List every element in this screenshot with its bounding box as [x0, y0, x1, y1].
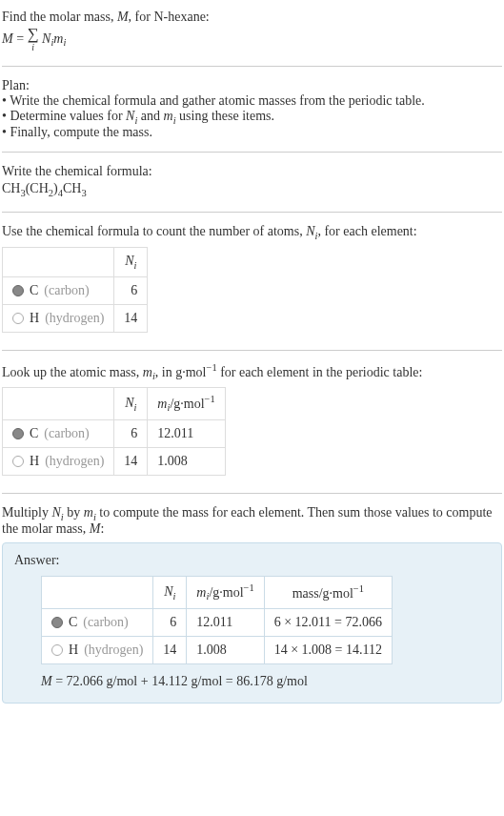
element-name: (hydrogen) [45, 454, 104, 469]
element-cell: C (carbon) [3, 276, 114, 304]
column-header-N: Ni [114, 247, 148, 276]
table-header-row: Ni mi/g·mol−1 [3, 388, 226, 419]
chem-part: CH [63, 181, 81, 195]
var-m: m [84, 505, 93, 520]
answer-label: Answer: [14, 553, 490, 568]
text: by [64, 505, 84, 520]
count-cell: 6 [153, 608, 187, 636]
blank-header [3, 247, 114, 276]
divider [2, 350, 502, 351]
var-N: N [164, 584, 172, 599]
filled-circle-icon [51, 617, 63, 628]
step-title: Multiply Ni by mi to compute the mass fo… [2, 505, 502, 538]
var-m: m [196, 585, 206, 600]
count-cell: 6 [114, 276, 148, 304]
sigma-icon: ∑i [28, 27, 39, 52]
element-cell: H (hydrogen) [3, 304, 114, 332]
superscript: −1 [244, 582, 254, 593]
var-m: m [143, 364, 152, 378]
count-cell: 14 [153, 636, 187, 663]
table-header-row: Ni [3, 247, 148, 276]
count-cell: 14 [114, 447, 148, 475]
atom-count-table: Ni C (carbon) 6 H (hydrogen) 14 [2, 247, 148, 333]
element-cell: C (carbon) [3, 419, 114, 447]
text: Look up the atomic mass, [2, 364, 143, 378]
blank-header [42, 577, 153, 608]
var-N: N [52, 505, 61, 520]
intro-line: Find the molar mass, M, for N-hexane: [2, 10, 502, 25]
column-header-m: mi/g·mol−1 [187, 577, 264, 608]
intro-section: Find the molar mass, M, for N-hexane: M … [2, 4, 502, 60]
divider [2, 66, 502, 67]
unit: /g·mol [209, 585, 243, 600]
mass-cell: 1.008 [187, 636, 264, 663]
divider [2, 493, 502, 494]
column-header-mass: mass/g·mol−1 [264, 577, 392, 608]
var-N: N [125, 396, 133, 410]
var-M: M [90, 521, 101, 536]
step-title: Use the chemical formula to count the nu… [2, 224, 502, 241]
superscript: −1 [205, 394, 215, 404]
mass-cell: 12.011 [187, 608, 264, 636]
divider [2, 212, 502, 213]
element-symbol: H [30, 311, 39, 326]
calc-cell: 14 × 1.008 = 14.112 [264, 636, 392, 663]
unit: mass/g·mol [292, 586, 353, 601]
filled-circle-icon [12, 285, 24, 296]
plan-title: Plan: [2, 78, 502, 93]
var-N: N [42, 31, 50, 46]
chem-part: CH [2, 181, 20, 195]
superscript: −1 [206, 362, 216, 373]
var-m: m [164, 109, 173, 123]
element-name: (hydrogen) [84, 643, 143, 658]
final-result: M = 72.066 g/mol + 14.112 g/mol = 86.178… [41, 674, 490, 689]
element-cell: H (hydrogen) [3, 447, 114, 475]
hollow-circle-icon [12, 456, 24, 467]
element-name: (carbon) [83, 615, 128, 630]
answer-table: Ni mi/g·mol−1 mass/g·mol−1 C (carbon) 6 … [41, 576, 393, 663]
unit: /g·mol [170, 397, 204, 411]
answer-box: Answer: Ni mi/g·mol−1 mass/g·mol−1 C (ca… [2, 542, 502, 703]
element-symbol: C [30, 283, 38, 298]
text: using these items. [176, 109, 274, 123]
mass-cell: 12.011 [148, 419, 225, 447]
mass-cell: 1.008 [148, 447, 225, 475]
var-m: m [157, 397, 167, 411]
table-row: H (hydrogen) 14 1.008 [3, 447, 226, 475]
table-row: C (carbon) 6 12.011 6 × 12.011 = 72.066 [42, 608, 393, 636]
blank-header [3, 388, 114, 419]
subscript-i: i [134, 260, 137, 271]
plan-bullet: • Finally, compute the mass. [2, 125, 502, 140]
text: : [100, 521, 104, 536]
var-N: N [306, 224, 314, 238]
table-row: H (hydrogen) 14 1.008 14 × 1.008 = 14.11… [42, 636, 393, 663]
chem-part: (CH [26, 181, 49, 195]
table-row: C (carbon) 6 [3, 276, 148, 304]
mass-section: Look up the atomic mass, mi, in g·mol−1 … [2, 357, 502, 487]
filled-circle-icon [12, 428, 24, 439]
hollow-circle-icon [12, 313, 24, 324]
hollow-circle-icon [51, 644, 63, 656]
element-cell: H (hydrogen) [42, 636, 153, 663]
formula-section: Write the chemical formula: CH3(CH2)4CH3 [2, 158, 502, 206]
molar-mass-equation: M = ∑i Nimi [2, 25, 502, 54]
table-row: H (hydrogen) 14 [3, 304, 148, 332]
var-M: M [41, 674, 52, 688]
element-symbol: C [30, 426, 38, 441]
subscript-i: i [134, 401, 137, 412]
answer-content: Ni mi/g·mol−1 mass/g·mol−1 C (carbon) 6 … [14, 576, 490, 688]
text: Use the chemical formula to count the nu… [2, 224, 306, 238]
text: Multiply [2, 505, 52, 520]
step-title: Look up the atomic mass, mi, in g·mol−1 … [2, 362, 502, 381]
text: and [137, 109, 163, 123]
text: for each element in the periodic table: [217, 364, 423, 378]
element-cell: C (carbon) [42, 608, 153, 636]
column-header-N: Ni [153, 577, 187, 608]
column-header-m: mi/g·mol−1 [148, 388, 225, 419]
subscript-i: i [63, 37, 66, 48]
subscript-i: i [173, 591, 176, 602]
compute-section: Multiply Ni by mi to compute the mass fo… [2, 500, 502, 709]
var-M: M [2, 31, 13, 46]
count-cell: 14 [114, 304, 148, 332]
plan-section: Plan: • Write the chemical formula and g… [2, 72, 502, 147]
